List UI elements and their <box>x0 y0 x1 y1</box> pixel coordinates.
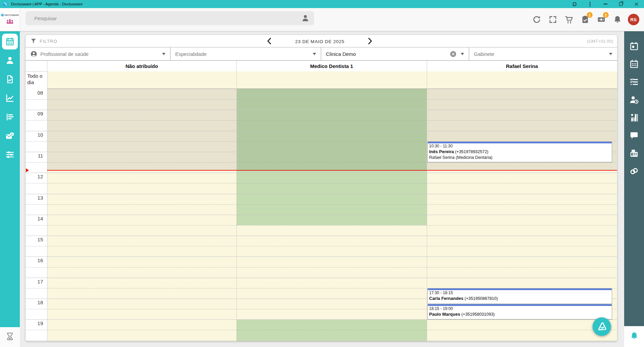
chevron-down-icon[interactable] <box>461 53 464 55</box>
chevron-down-icon[interactable] <box>609 53 612 55</box>
current-time-marker <box>26 168 29 172</box>
browser-extension-icon[interactable] <box>567 0 582 8</box>
close-button[interactable] <box>629 0 644 8</box>
right-sidebar-item-waiting-room[interactable] <box>626 110 642 126</box>
hour-label: 13 <box>26 195 43 201</box>
payments-button[interactable]: 2 <box>593 11 609 28</box>
pending-tasks-button[interactable] <box>0 327 20 347</box>
right-sidebar-item-comment[interactable] <box>626 128 642 143</box>
refresh-button[interactable] <box>529 11 545 28</box>
bell-icon <box>630 332 639 342</box>
mail-icon <box>5 131 14 140</box>
all-day-row[interactable] <box>47 71 617 89</box>
doctusware-floating-button[interactable] <box>593 317 611 336</box>
sidebar-item-sliders[interactable] <box>2 147 18 163</box>
column-header: Medico Dentista 1 <box>236 61 427 71</box>
filter-dropdown-row: Profissional de saúdeEspecialidadeClinic… <box>26 47 617 61</box>
window-titlebar: Doctusware | APP - Agenda - Doctusware <box>0 0 644 8</box>
appointment-card[interactable]: 10:30 - 11:30Inês Pereira (+351978932572… <box>427 141 612 162</box>
appointment-card[interactable]: 17:30 - 18:15Carla Fernandes (+351950867… <box>427 288 612 304</box>
half-hour-line <box>26 330 617 330</box>
right-sidebar-item-calendar-day[interactable] <box>626 38 642 54</box>
sidebar-item-bar-chart[interactable] <box>2 109 18 125</box>
hour-line <box>26 256 617 257</box>
hour-label: 12 <box>26 174 43 179</box>
funnel-icon <box>30 38 37 44</box>
right-sidebar-item-user-clock[interactable] <box>626 92 642 108</box>
column-header-row: Não atribuídoMedico Dentista 1Rafael Ser… <box>26 61 617 72</box>
half-hour-line <box>26 120 617 120</box>
minimize-button[interactable] <box>598 0 613 8</box>
appointment-time: 17:30 - 18:15 <box>428 290 612 296</box>
user-clock-icon <box>630 95 639 104</box>
window-title: Doctusware | APP - Agenda - Doctusware <box>11 2 82 6</box>
app-window: Doctusware | APP - Agenda - Doctusware D… <box>0 0 644 347</box>
half-hour-line <box>26 267 617 268</box>
notification-badge: 2 <box>603 12 609 18</box>
appointment-card[interactable]: 18:15 - 19:00Paulo Marques (+35195803109… <box>427 304 612 320</box>
appointment-patient: Carla Fernandes <box>429 296 463 301</box>
filter-label: FILTRO <box>40 39 57 44</box>
column-header: Rafael Serina <box>427 61 617 71</box>
clear-filter-button[interactable] <box>450 50 457 58</box>
person-icon[interactable] <box>301 14 309 22</box>
availability-block-busy-past <box>236 89 427 170</box>
sidebar-item-calendar[interactable] <box>2 34 18 49</box>
all-day-label: Todo o dia <box>26 71 47 89</box>
fax-icon <box>630 149 639 158</box>
notifications-button[interactable] <box>609 11 626 28</box>
filter-clinic-value: Clinica Demo <box>326 51 450 57</box>
brand-name: DOCTUSWARE <box>5 14 19 16</box>
hour-label: 15 <box>26 237 43 242</box>
right-sidebar-item-calendar-month[interactable] <box>626 56 642 72</box>
hour-line <box>26 215 617 215</box>
appointment-patient: Inês Pereira <box>429 149 454 154</box>
people-group-icon <box>6 19 13 24</box>
column-separator <box>47 61 47 341</box>
previous-day-button[interactable] <box>265 37 274 45</box>
link-icon <box>630 167 639 176</box>
timezone-label: (GMT+01:00) <box>587 39 613 44</box>
app-header: DOCTUSWARE Pesquisar 12 RS <box>0 8 644 31</box>
right-sidebar-item-task-list[interactable] <box>626 74 642 90</box>
sidebar-item-document[interactable] <box>2 71 18 87</box>
hour-label: 19 <box>26 320 43 326</box>
right-sidebar-item-link[interactable] <box>626 163 642 179</box>
avatar[interactable]: RS <box>628 14 639 25</box>
restore-button[interactable] <box>613 0 629 8</box>
tasks-button[interactable]: 1 <box>577 11 593 28</box>
cart-button[interactable] <box>561 11 577 28</box>
filter-office-dropdown[interactable]: Gabinete <box>469 47 617 60</box>
availability-block-busy <box>236 170 427 225</box>
column-separator <box>427 61 427 341</box>
sidebar-item-line-chart[interactable] <box>2 90 18 106</box>
hour-line <box>26 319 617 320</box>
hour-line <box>26 194 617 194</box>
half-hour-line <box>26 162 617 163</box>
hour-line <box>26 110 617 110</box>
fullscreen-icon <box>548 15 557 24</box>
appointment-time: 10:30 - 11:30 <box>428 143 612 149</box>
sidebar-item-mail[interactable] <box>2 128 18 144</box>
hour-line <box>26 173 617 173</box>
right-sidebar-item-fax[interactable] <box>626 145 642 161</box>
right-sidebar <box>624 31 644 326</box>
filter-clinic-dropdown[interactable]: Clinica Demo <box>321 47 469 60</box>
chevron-down-icon[interactable] <box>313 53 316 55</box>
person-icon <box>5 56 14 65</box>
next-day-button[interactable] <box>366 37 374 45</box>
chevron-down-icon[interactable] <box>162 53 165 55</box>
current-date[interactable]: 23 DE MAIO DE 2025 <box>279 39 360 44</box>
half-hour-line <box>26 99 617 100</box>
fullscreen-button[interactable] <box>545 11 561 28</box>
filter-professional-dropdown[interactable]: Profissional de saúde <box>26 47 171 60</box>
filter-office-placeholder: Gabinete <box>474 51 609 57</box>
sidebar-item-person[interactable] <box>2 53 18 68</box>
waiting-room-icon <box>630 113 639 122</box>
search-input[interactable]: Pesquisar <box>26 11 314 25</box>
notifications-bell-button[interactable] <box>624 326 644 347</box>
kebab-menu-icon[interactable] <box>582 0 598 8</box>
appointment-phone: (+351958031093) <box>461 312 495 317</box>
half-hour-line <box>26 204 617 205</box>
filter-specialty-dropdown[interactable]: Especialidade <box>171 47 321 60</box>
